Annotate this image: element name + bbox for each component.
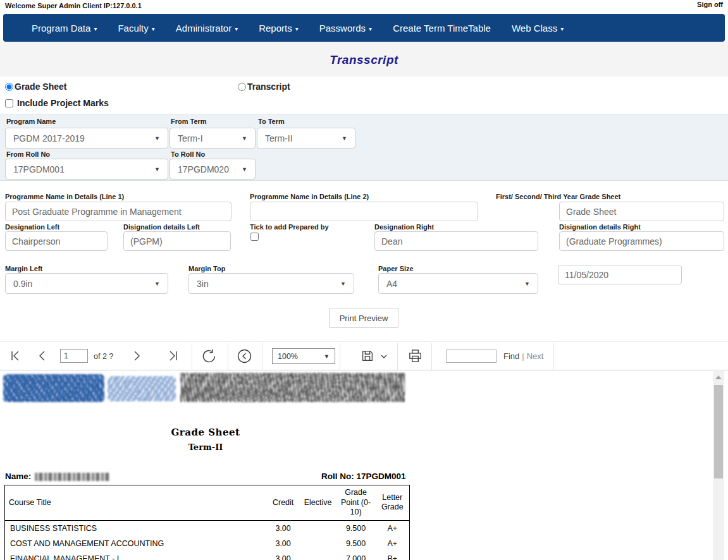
paper-size-select[interactable]: A4 ▼ [378,273,538,294]
nav-program-data[interactable]: Program Data▾ [32,23,97,33]
select-arrow-icon: ▼ [324,353,330,360]
year-grade-sheet-input[interactable] [559,202,724,221]
sign-off-link[interactable]: Sign off [697,1,723,8]
toolbar-divider [553,343,554,370]
from-term-label: From Term [171,118,207,125]
print-preview-button[interactable]: Print Preview [329,308,398,328]
from-roll-select[interactable]: 17PGDM001 ▼ [5,159,168,180]
letter-grade-cell: B+ [376,551,410,560]
select-arrow-icon: ▼ [154,166,160,173]
table-row: COST AND MANAGEMENT ACCOUNTING 3.00 9.50… [5,536,410,551]
nav-administrator[interactable]: Administrator▾ [176,23,238,33]
print-button[interactable] [407,348,423,366]
to-term-select[interactable]: Term-II ▼ [257,128,355,149]
back-button[interactable] [236,348,253,367]
report-viewer-toolbar: of 2 ? 100% ▼ Find|Next [0,341,728,370]
next-page-button[interactable] [130,350,143,364]
transcript-page: Welcome Super Admin Client IP:127.0.0.1 … [0,0,728,560]
grade-point-cell: 7.000 [336,551,376,560]
program-name-select[interactable]: PGDM 2017-2019 ▼ [5,128,168,149]
designation-left-input[interactable] [5,231,108,251]
designation-details-right-input[interactable] [559,231,724,251]
letter-grade-cell: A+ [376,520,410,536]
programme-line1-input[interactable] [5,202,231,221]
margin-top-select[interactable]: 3in ▼ [188,273,354,294]
page-title: Transscript [0,53,728,67]
name-label: Name: [5,472,31,481]
credit-cell: 3.00 [267,536,300,551]
select-arrow-icon: ▼ [154,135,160,142]
last-page-button[interactable] [167,350,180,364]
roll-no-row: Roll No: 17PGDM001 [321,472,406,481]
chevron-right-icon [130,350,143,362]
report-title: Grade Sheet [0,427,411,438]
paper-size-label: Paper Size [378,265,414,272]
header-elective: Elective [300,485,336,521]
course-cell: BUSINESS STATISTICS [5,520,267,536]
credit-cell: 3.00 [267,520,300,536]
credit-cell: 3.00 [267,551,300,560]
zoom-level-select[interactable]: 100% ▼ [272,348,335,364]
scrollbar-thumb[interactable] [714,385,723,478]
header-course-title: Course Title [5,485,267,521]
select-arrow-icon: ▼ [340,281,346,287]
margin-left-select[interactable]: 0.9in ▼ [5,273,168,294]
first-page-button[interactable] [9,350,22,364]
find-text-input[interactable] [446,350,497,363]
toolbar-divider [262,343,262,370]
grade-sheet-radio[interactable] [5,83,13,91]
scroll-up-button[interactable] [713,371,724,384]
caret-down-icon: ▾ [560,25,564,32]
year-grade-sheet-label: First/ Second/ Third Year Grade Sheet [496,193,620,200]
include-project-marks-checkbox[interactable] [5,99,13,107]
transcript-radio[interactable] [238,83,246,91]
refresh-icon [201,348,218,365]
refresh-button[interactable] [201,348,218,367]
program-name-label: Program Name [6,118,56,125]
transcript-radio-group: Transcript [238,82,290,92]
next-link[interactable]: Next [527,351,544,361]
from-term-select[interactable]: Term-I ▼ [170,128,256,149]
nav-reports[interactable]: Reports▾ [259,23,299,33]
prepared-by-label: Tick to add Prepared by [250,223,329,231]
find-next-controls: Find|Next [503,351,543,361]
table-row: BUSINESS STATISTICS 3.00 9.500 A+ [5,520,410,536]
nav-create-term-timetable[interactable]: Create Term TimeTable [393,23,491,33]
to-roll-select[interactable]: 17PGDM020 ▼ [170,159,256,180]
institute-logo-blurred [3,374,104,402]
vertical-scrollbar[interactable] [713,371,724,560]
programme-line2-input[interactable] [250,202,478,221]
previous-page-button[interactable] [36,350,49,364]
grade-point-cell: 9.500 [336,536,376,551]
find-next-separator: | [522,351,524,361]
export-save-button[interactable] [361,349,388,365]
find-link[interactable]: Find [503,351,519,361]
institute-name-blurred [180,373,405,402]
nav-faculty[interactable]: Faculty▾ [118,23,154,33]
programme-line2-label: Programme Name in Details (Line 2) [250,193,369,200]
select-arrow-icon: ▼ [242,135,247,142]
roll-label: Roll No: [321,472,354,481]
roll-value: 17PGDM001 [357,472,406,481]
page-number-input[interactable] [60,349,88,363]
include-project-marks-label: Include Project Marks [17,98,109,108]
report-subtitle: Term-II [0,442,411,452]
nav-passwords[interactable]: Passwords▾ [319,23,372,33]
course-cell: FINANCIAL MANAGEMENT - I [5,551,267,560]
filters-panel: Program Name From Term To Term PGDM 2017… [0,114,728,181]
report-preview: Grade Sheet Term-II Name: Roll No: 17PGD… [0,371,728,560]
table-header-row: Course Title Credit Elective Grade Point… [5,485,410,521]
designation-right-input[interactable] [374,231,538,251]
nav-web-class[interactable]: Web Class▾ [512,23,564,33]
toolbar-divider [397,343,398,370]
printer-icon [407,348,423,364]
caret-down-icon: ▾ [295,25,299,32]
first-page-icon [9,350,22,362]
elective-cell [300,520,336,536]
letter-grade-cell: A+ [376,536,410,551]
designation-details-left-input[interactable] [123,231,231,251]
prepared-by-checkbox[interactable] [250,233,259,241]
grade-sheet-radio-label: Grade Sheet [15,82,66,92]
date-input[interactable] [558,265,682,284]
caret-down-icon: ▾ [369,25,372,32]
